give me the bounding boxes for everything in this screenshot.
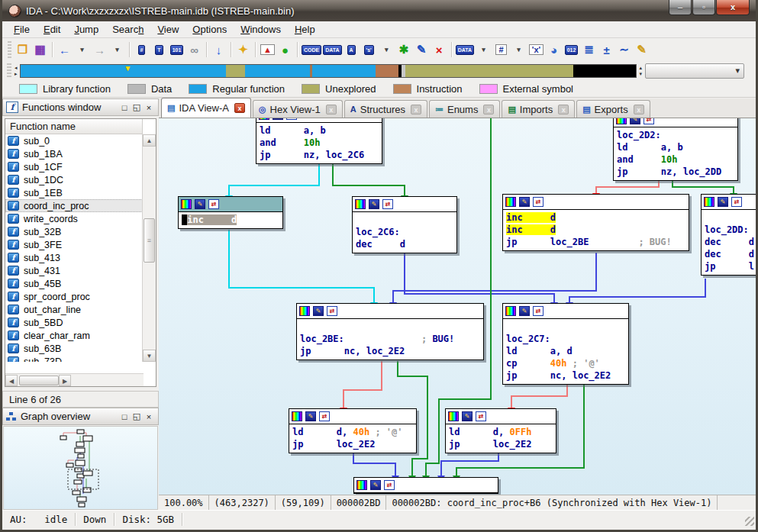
make-name-icon[interactable]: A [344,41,360,58]
block-edit-icon[interactable]: ✎ [718,197,728,207]
asm-line[interactable]: ld d, 40h ; '@' [292,426,416,438]
asm-line[interactable]: loc_2D2: [617,129,737,141]
blk-selected-inc[interactable]: ✎⇄ inc d [178,196,283,229]
asm-line[interactable]: inc d [506,211,689,224]
blk-loc2E2[interactable]: ✎⇄ [353,477,498,494]
block-color-icon[interactable] [299,306,310,316]
highlight-icon[interactable]: ✦ [235,41,251,58]
forward-dropdown-icon[interactable]: ▾ [109,41,125,58]
block-group-icon[interactable]: ⇄ [384,480,395,490]
asm-line[interactable]: ld a, b [260,124,382,137]
tab-close-icon[interactable]: x [234,103,245,113]
block-group-icon[interactable]: ⇄ [533,306,544,316]
sign-icon[interactable]: ± [598,41,614,58]
function-list-item-sub_5BD[interactable]: fsub_5BD [5,316,143,329]
navband-segment[interactable] [21,65,226,77]
data-type-icon[interactable]: DATA [456,41,474,58]
function-list-item-sub_45B[interactable]: fsub_45B [5,277,143,290]
asm-line[interactable]: and 10h [617,153,737,166]
block-edit-icon[interactable]: ✎ [313,306,324,316]
asm-line[interactable]: jp nc, loc_2E2 [506,369,628,382]
asm-line[interactable]: loc_2BE: ; BUG! [300,333,483,345]
asm-line[interactable]: jp loc_2BE ; BUG! [506,236,689,248]
search-next-icon[interactable]: ∞ [186,41,202,58]
block-color-icon[interactable] [505,197,516,207]
asm-line[interactable]: loc_2DD: [705,224,756,236]
block-edit-icon[interactable]: ✎ [519,306,530,316]
asm-line[interactable]: dec d [356,238,456,250]
block-title-bar[interactable]: ✎⇄ [297,304,483,319]
functions-horizontal-scrollbar[interactable]: ◀ ▶ [5,373,144,386]
make-array-icon[interactable]: ✱ [396,41,412,58]
undefine-icon[interactable]: × [431,41,447,58]
asm-line[interactable]: dec d [705,248,756,260]
asm-line[interactable]: ld a, d [506,345,628,357]
menu-options[interactable]: Options [185,22,234,37]
function-list-item-coord_inc_proc[interactable]: fcoord_inc_proc [5,199,143,212]
blk-loc2DD[interactable]: ✎⇄ loc_2DD:dec ddec djp l [701,194,756,276]
function-list-item-clear_char_ram[interactable]: fclear_char_ram [5,329,143,342]
navband-zoom-icons[interactable]: ▴▾ [640,65,643,77]
make-data-icon[interactable]: DATA [323,41,341,58]
menu-help[interactable]: Help [288,22,322,37]
menu-windows[interactable]: Windows [234,22,288,37]
asm-line[interactable]: jp loc_2E2 [449,438,556,450]
forward-icon[interactable]: → [92,41,108,58]
menu-view[interactable]: View [150,22,185,37]
block-edit-icon[interactable]: ✎ [519,197,530,207]
asm-line[interactable]: loc_2C7: [506,333,628,345]
asm-line[interactable] [705,211,756,224]
asm-line[interactable]: jp nz, loc_2DD [617,166,737,178]
maximize-button[interactable]: ▫ [692,0,715,15]
tab-close-icon[interactable]: x [558,105,569,114]
stack-icon[interactable]: ≣ [581,41,597,58]
blk-bug-jp[interactable]: ✎⇄inc dinc djp loc_2BE ; BUG! [502,194,689,251]
tab-close-icon[interactable]: x [411,105,421,114]
title-bar[interactable]: IDA - C:\Work\zxzxzxzx\ISTREB-main.idb (… [2,0,756,21]
navband-segment[interactable] [405,65,573,77]
block-color-icon[interactable] [181,199,192,209]
block-group-icon[interactable]: ⇄ [731,197,742,207]
navband-scroll-icons[interactable]: ◂▸ [15,65,18,77]
block-color-icon[interactable] [448,411,459,421]
tab-close-icon[interactable]: x [326,105,337,114]
block-group-icon[interactable]: ⇄ [382,199,393,209]
graph-overview-minimap[interactable] [3,426,158,510]
minimize-button[interactable]: – [669,0,692,15]
asm-line[interactable]: jp loc_2E2 [292,438,416,450]
tab-ida-view-a[interactable]: ▤IDA View-Ax [161,98,251,118]
block-title-bar[interactable]: ✎⇄ [614,118,737,127]
edit-comment-icon[interactable]: ✎ [414,41,430,58]
blk-ldFF[interactable]: ✎⇄ld d, 0FFhjp loc_2E2 [445,408,556,453]
functions-vertical-scrollbar[interactable]: ▲ ▼ [142,134,156,362]
make-code-icon[interactable]: CODE [302,41,321,58]
block-title-bar[interactable]: ✎⇄ [446,409,556,424]
scrollbar-thumb[interactable] [144,218,155,263]
function-list-item-spr_coord_proc[interactable]: fspr_coord_proc [5,290,143,303]
asm-line[interactable] [300,321,483,333]
function-name-column-header[interactable]: Function name [5,119,143,134]
asm-line[interactable]: ld a, b [617,141,737,153]
block-group-icon[interactable]: ⇄ [643,118,654,124]
panel-close-icon[interactable]: × [143,412,155,421]
back-icon[interactable]: ← [56,41,73,58]
blk-loc2D2[interactable]: ✎⇄loc_2D2:ld a, band 10hjp nz, loc_2DD [613,118,738,181]
navband-segment[interactable] [245,65,310,77]
problems-icon[interactable]: ▲ [260,41,276,58]
function-list-item-sub_0[interactable]: fsub_0 [5,134,143,147]
back-dropdown-icon[interactable]: ▾ [74,41,90,58]
block-color-icon[interactable] [704,197,714,207]
block-title-bar[interactable]: ✎⇄ [503,195,689,210]
tab-close-icon[interactable]: x [634,105,644,114]
function-list-item-sub_63B[interactable]: fsub_63B [5,342,143,355]
block-color-icon[interactable] [505,306,516,316]
panel-float-icon[interactable]: ◱ [131,411,143,421]
menu-file[interactable]: File [7,22,37,37]
block-edit-icon[interactable]: ✎ [273,118,283,120]
scrollbar-thumb[interactable] [19,376,59,385]
functions-panel-header[interactable]: f Functions window □ ◱ × [2,98,159,116]
function-list-item-sub_413[interactable]: fsub_413 [5,251,143,264]
tab-exports[interactable]: ▤Exportsx [576,100,650,118]
block-edit-icon[interactable]: ✎ [369,199,379,209]
edit-function-icon[interactable]: ✎ [634,41,650,58]
